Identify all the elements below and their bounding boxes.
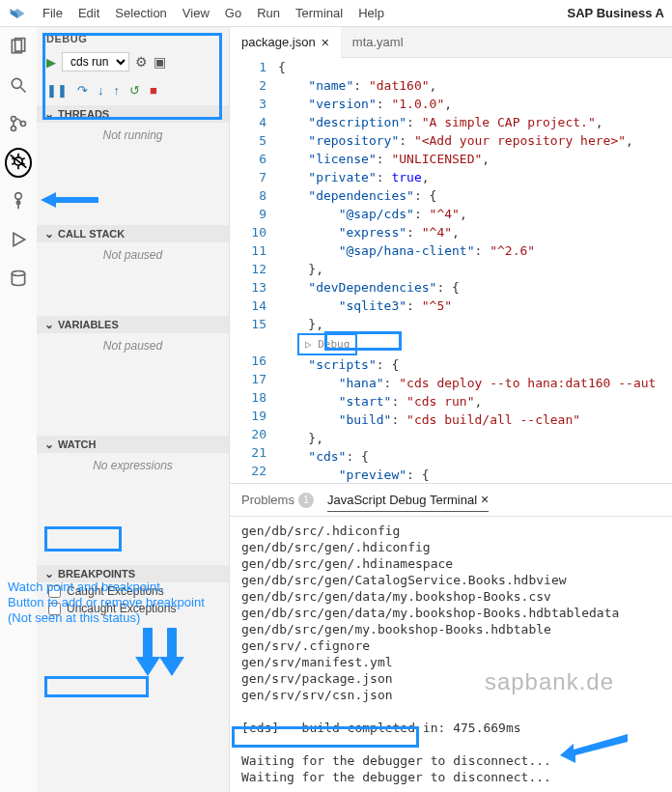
debug-terminal-tab[interactable]: JavaScript Debug Terminal × bbox=[327, 488, 489, 512]
svg-marker-20 bbox=[41, 192, 98, 208]
app-title: SAP Business A bbox=[568, 6, 664, 20]
menu-view[interactable]: View bbox=[175, 6, 217, 20]
annotation-text: Watch point and breakpoint. Button to ad… bbox=[8, 580, 205, 626]
extensions-icon[interactable] bbox=[7, 189, 30, 212]
svg-point-2 bbox=[12, 78, 21, 88]
source-control-icon[interactable] bbox=[7, 112, 30, 135]
chevron-down-icon bbox=[44, 438, 54, 451]
svg-marker-18 bbox=[14, 233, 25, 245]
debug-config-select[interactable]: cds run bbox=[62, 52, 129, 71]
callstack-body: Not paused bbox=[37, 242, 229, 268]
stop-icon[interactable]: ■ bbox=[150, 83, 157, 98]
pause-icon[interactable]: ❚❚ bbox=[46, 83, 68, 98]
debug-sidebar: DEBUG ▶ cds run ⚙ ▣ ❚❚ ↷ ↓ ↑ ↺ ■ THREADS… bbox=[37, 27, 230, 792]
chevron-down-icon bbox=[44, 227, 54, 240]
menu-file[interactable]: File bbox=[35, 6, 70, 20]
close-icon[interactable]: × bbox=[481, 492, 489, 507]
step-into-icon[interactable]: ↓ bbox=[98, 83, 104, 98]
svg-line-3 bbox=[21, 88, 26, 93]
svg-point-4 bbox=[12, 117, 16, 122]
chevron-down-icon bbox=[44, 318, 54, 331]
variables-section[interactable]: VARIABLES bbox=[37, 316, 229, 333]
restart-icon[interactable]: ↺ bbox=[129, 83, 140, 98]
threads-body: Not running bbox=[37, 123, 229, 148]
annotation-arrow-icon bbox=[159, 628, 198, 679]
svg-point-5 bbox=[12, 127, 16, 131]
svg-marker-21 bbox=[135, 628, 160, 676]
svg-point-15 bbox=[15, 193, 22, 200]
menubar: File Edit Selection View Go Run Terminal… bbox=[0, 0, 672, 27]
menu-terminal[interactable]: Terminal bbox=[288, 6, 350, 20]
search-icon[interactable] bbox=[7, 73, 30, 97]
menu-help[interactable]: Help bbox=[350, 6, 392, 20]
explorer-icon[interactable] bbox=[7, 35, 30, 58]
gear-icon[interactable]: ⚙ bbox=[135, 54, 148, 70]
menu-run[interactable]: Run bbox=[249, 6, 288, 20]
debug-icon[interactable] bbox=[7, 151, 30, 174]
callstack-section[interactable]: CALL STACK bbox=[37, 225, 229, 242]
debug-console-icon[interactable]: ▣ bbox=[154, 54, 166, 70]
chevron-down-icon bbox=[44, 567, 54, 580]
app-logo-icon bbox=[8, 4, 27, 23]
chevron-down-icon bbox=[44, 107, 54, 121]
start-debug-button[interactable]: ▶ bbox=[46, 55, 56, 70]
annotation-arrow-icon bbox=[560, 734, 628, 766]
run-icon[interactable] bbox=[7, 228, 30, 251]
step-over-icon[interactable]: ↷ bbox=[77, 83, 88, 98]
step-out-icon[interactable]: ↑ bbox=[114, 83, 121, 98]
threads-section[interactable]: THREADS bbox=[37, 105, 229, 123]
code-editor[interactable]: 123456789101112131415 16171819202122 { "… bbox=[230, 58, 672, 483]
svg-marker-23 bbox=[560, 734, 628, 763]
watch-section[interactable]: WATCH bbox=[37, 436, 229, 453]
variables-body: Not paused bbox=[37, 333, 229, 358]
menu-selection[interactable]: Selection bbox=[107, 6, 174, 20]
menu-go[interactable]: Go bbox=[217, 6, 249, 20]
tab-mta-yaml[interactable]: mta.yaml bbox=[341, 27, 415, 57]
svg-marker-22 bbox=[159, 628, 184, 676]
panel-tab-bar: Problems 1 JavaScript Debug Terminal × bbox=[230, 484, 672, 517]
editor-tab-bar: package.json× mta.yaml bbox=[230, 27, 672, 58]
menu-edit[interactable]: Edit bbox=[70, 6, 107, 20]
debug-title: DEBUG bbox=[46, 33, 219, 44]
problems-tab[interactable]: Problems 1 bbox=[241, 489, 314, 512]
database-icon[interactable] bbox=[7, 267, 30, 290]
watch-body: No expressions bbox=[37, 453, 229, 478]
close-icon[interactable]: × bbox=[322, 35, 329, 50]
svg-point-19 bbox=[12, 271, 24, 276]
activity-bar bbox=[0, 27, 37, 792]
tab-package-json[interactable]: package.json× bbox=[230, 27, 341, 58]
annotation-arrow-icon bbox=[41, 188, 98, 214]
